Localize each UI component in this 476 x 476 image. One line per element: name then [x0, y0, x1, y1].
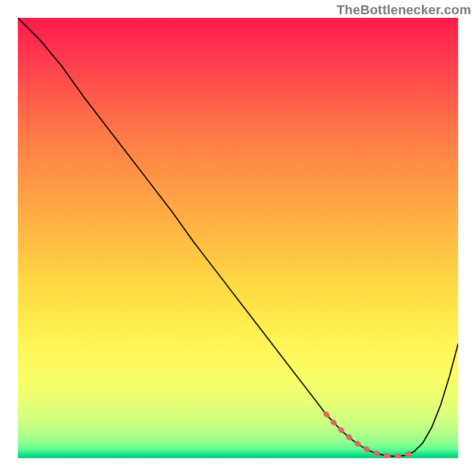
curve-line	[18, 18, 458, 456]
plot-area	[18, 18, 458, 458]
highlight-marker	[326, 414, 414, 456]
chart-overlay	[18, 18, 458, 458]
attribution-label: TheBottlenecker.com	[337, 2, 471, 18]
chart-container: TheBottlenecker.com	[0, 0, 476, 476]
